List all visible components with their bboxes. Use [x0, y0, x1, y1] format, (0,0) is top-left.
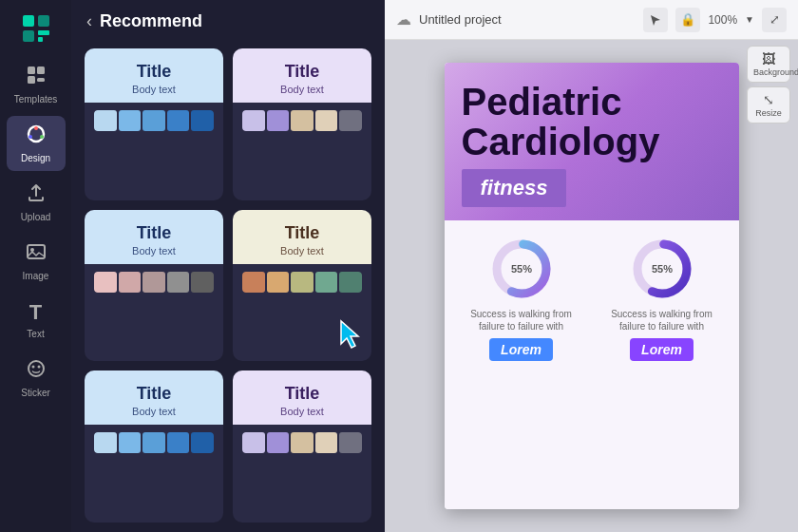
center-panel: ‹ Recommend Title Body text Title Body t…: [71, 0, 385, 532]
svg-rect-3: [38, 30, 49, 35]
svg-rect-4: [38, 37, 43, 42]
card5-swatches: [94, 432, 214, 453]
swatch: [191, 432, 214, 453]
card6-swatches: [242, 432, 362, 453]
slide-canvas: Pediatric Cardiology fitness: [445, 63, 739, 509]
cursor-tool-btn[interactable]: [643, 8, 668, 32]
lock-tool-btn[interactable]: 🔒: [675, 8, 700, 32]
right-panel: ☁ Untitled project 🔒 100% ▼ ⤢ 🖼 Backgrou…: [385, 0, 798, 532]
expand-tool-btn[interactable]: ⤢: [762, 8, 787, 32]
canvas-area: Pediatric Cardiology fitness: [385, 40, 798, 532]
card3-body: Body text: [96, 245, 212, 256]
template-cards-grid: Title Body text Title Body text: [71, 39, 385, 532]
sidebar-item-sticker[interactable]: Sticker: [7, 351, 66, 406]
swatch: [291, 110, 314, 131]
sidebar-item-templates[interactable]: Templates: [7, 57, 66, 112]
project-title: Untitled project: [419, 12, 636, 27]
background-icon: 🖼: [753, 51, 784, 66]
resize-icon: ⤡: [753, 92, 784, 107]
card4-title: Title: [244, 223, 360, 243]
design-icon: [26, 124, 47, 149]
template-card-3[interactable]: Title Body text: [85, 210, 223, 362]
swatch: [242, 272, 265, 293]
svg-rect-8: [37, 78, 45, 82]
swatch: [94, 110, 117, 131]
sidebar-label-upload: Upload: [21, 212, 51, 222]
swatch: [339, 432, 362, 453]
card3-title: Title: [96, 223, 212, 243]
cloud-icon: ☁: [396, 10, 411, 28]
app-logo: [19, 11, 53, 46]
swatch: [119, 432, 142, 453]
card5-body: Body text: [96, 406, 212, 417]
sidebar-item-image[interactable]: Image: [7, 234, 66, 289]
cursor-indicator: [337, 319, 364, 353]
right-header: ☁ Untitled project 🔒 100% ▼ ⤢: [385, 0, 798, 40]
zoom-dropdown-icon[interactable]: ▼: [745, 14, 754, 25]
card2-body: Body text: [244, 84, 360, 95]
text-icon: T: [29, 300, 42, 325]
chart-block-1: 55% Success is walking from failure to f…: [458, 236, 585, 494]
swatch: [191, 110, 214, 131]
background-tool-btn[interactable]: 🖼 Background: [747, 46, 790, 83]
swatch: [142, 272, 165, 293]
resize-label: Resize: [755, 108, 782, 118]
card1-swatches: [94, 110, 214, 131]
background-label: Background: [753, 67, 798, 77]
sidebar-item-text[interactable]: T Text: [7, 293, 66, 347]
chart-block-2: 55% Success is walking from failure to f…: [598, 236, 726, 494]
float-toolbar: 🖼 Background ⤡ Resize: [747, 46, 790, 124]
svg-rect-6: [37, 66, 45, 74]
swatch: [119, 110, 142, 131]
swatch: [119, 272, 142, 293]
card4-swatches: [242, 272, 362, 293]
svg-rect-1: [38, 15, 49, 27]
swatch: [315, 272, 338, 293]
swatch: [142, 432, 165, 453]
card2-title: Title: [244, 62, 360, 82]
card3-swatches: [94, 272, 214, 293]
sidebar-label-sticker: Sticker: [21, 388, 50, 398]
svg-point-12: [28, 135, 32, 139]
svg-point-17: [37, 366, 40, 369]
swatch: [339, 272, 362, 293]
slide-title-line2: Cardiology: [462, 122, 722, 162]
resize-tool-btn[interactable]: ⤡ Resize: [747, 86, 790, 124]
chart1-button[interactable]: Lorem: [489, 338, 553, 361]
swatch: [94, 432, 117, 453]
svg-rect-5: [28, 66, 35, 74]
sticker-icon: [26, 358, 47, 384]
swatch: [267, 110, 290, 131]
svg-rect-2: [23, 30, 34, 42]
sidebar-label-design: Design: [21, 153, 50, 163]
left-sidebar: Templates Design Upload: [0, 0, 71, 532]
svg-point-11: [40, 135, 44, 139]
sidebar-item-upload[interactable]: Upload: [7, 175, 66, 230]
templates-icon: [26, 65, 47, 90]
svg-text:55%: 55%: [651, 263, 672, 275]
template-card-4[interactable]: Title Body text: [233, 210, 371, 362]
slide-charts-area: 55% Success is walking from failure to f…: [445, 220, 739, 509]
template-card-1[interactable]: Title Body text: [85, 48, 223, 200]
swatch: [167, 432, 190, 453]
svg-point-16: [31, 366, 34, 369]
swatch: [142, 110, 165, 131]
sidebar-item-design[interactable]: Design: [7, 116, 66, 171]
sidebar-label-text: Text: [27, 329, 44, 339]
card2-swatches: [242, 110, 362, 131]
slide-title-line1: Pediatric: [462, 82, 722, 122]
center-panel-title: Recommend: [100, 11, 202, 31]
svg-rect-13: [28, 245, 45, 258]
template-card-6[interactable]: Title Body text: [233, 370, 371, 522]
donut-chart-1: 55%: [488, 236, 555, 302]
card6-title: Title: [244, 384, 360, 404]
swatch: [167, 110, 190, 131]
template-card-2[interactable]: Title Body text: [233, 48, 371, 200]
back-button[interactable]: ‹: [86, 11, 92, 31]
template-card-5[interactable]: Title Body text: [85, 370, 223, 522]
svg-rect-0: [23, 15, 34, 27]
swatch: [167, 272, 190, 293]
chart2-button[interactable]: Lorem: [630, 338, 694, 361]
card1-body: Body text: [96, 84, 212, 95]
swatch: [339, 110, 362, 131]
